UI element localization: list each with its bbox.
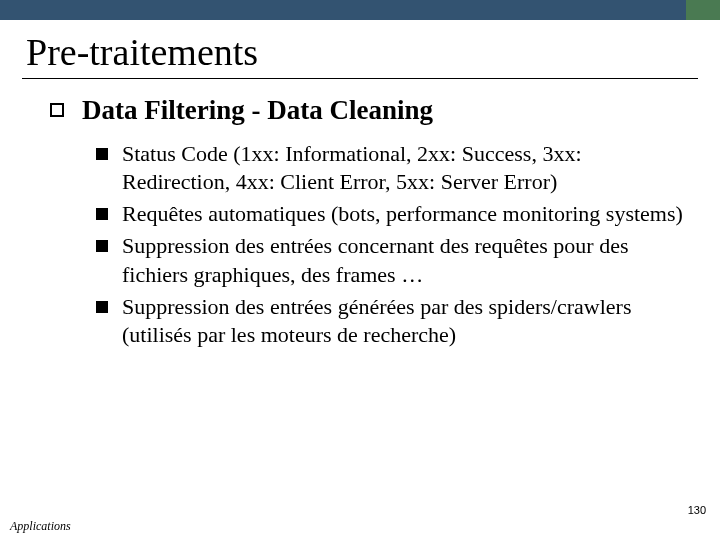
top-bar xyxy=(0,0,720,20)
square-bullet-icon xyxy=(96,148,108,160)
square-bullet-icon xyxy=(96,240,108,252)
bullet-list: Status Code (1xx: Informational, 2xx: Su… xyxy=(50,140,690,349)
list-item-text: Status Code (1xx: Informational, 2xx: Su… xyxy=(122,140,690,196)
list-item: Status Code (1xx: Informational, 2xx: Su… xyxy=(96,140,690,196)
list-item: Requêtes automatiques (bots, performance… xyxy=(96,200,690,228)
content-area: Data Filtering - Data Cleaning Status Co… xyxy=(0,95,720,349)
open-square-icon xyxy=(50,103,64,117)
square-bullet-icon xyxy=(96,208,108,220)
list-item: Suppression des entrées générées par des… xyxy=(96,293,690,349)
list-item: Suppression des entrées concernant des r… xyxy=(96,232,690,288)
title-underline xyxy=(22,78,698,79)
subheading-row: Data Filtering - Data Cleaning xyxy=(50,95,690,126)
list-item-text: Suppression des entrées générées par des… xyxy=(122,293,690,349)
footer-label: Applications xyxy=(10,519,71,534)
subheading: Data Filtering - Data Cleaning xyxy=(82,95,433,126)
list-item-text: Requêtes automatiques (bots, performance… xyxy=(122,200,683,228)
list-item-text: Suppression des entrées concernant des r… xyxy=(122,232,690,288)
square-bullet-icon xyxy=(96,301,108,313)
slide-title: Pre-traitements xyxy=(0,20,720,78)
page-number: 130 xyxy=(688,504,706,516)
